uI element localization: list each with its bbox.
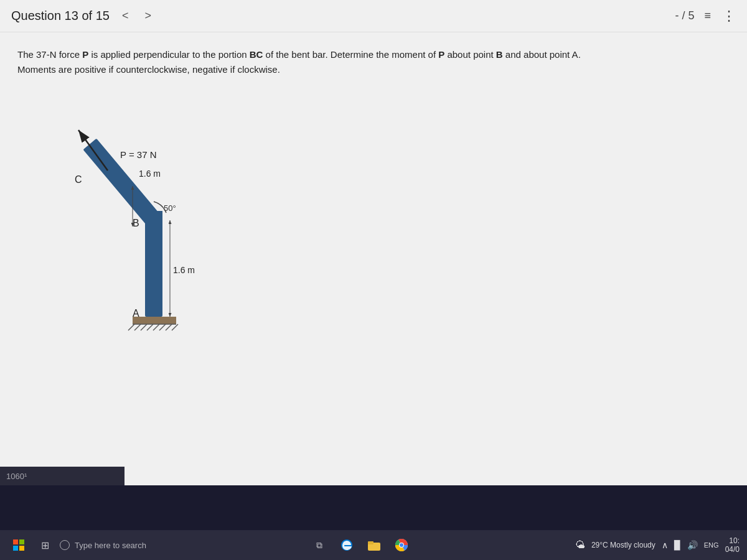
task-view-button[interactable]: ⧉ [308, 534, 331, 556]
svg-line-2 [128, 324, 134, 330]
svg-rect-28 [19, 539, 24, 544]
taskbar-left: ⊞ Type here to search [7, 534, 146, 556]
diagram-svg: P = 37 N C B A 50° [36, 96, 347, 357]
taskbar-inner: ⊞ Type here to search ⧉ [0, 530, 747, 560]
file-explorer-button[interactable] [363, 534, 385, 556]
more-options-icon[interactable]: ⋮ [722, 8, 736, 24]
top-bar-right: - / 5 ≡ ⋮ [675, 8, 736, 24]
bottom-label-strip: 1060¹ [0, 467, 125, 485]
top-bar: Question 13 of 15 < > - / 5 ≡ ⋮ [0, 0, 747, 32]
svg-text:1.6 m: 1.6 m [139, 169, 161, 179]
question-title: Question 13 of 15 [11, 9, 110, 23]
svg-line-6 [153, 324, 159, 330]
volume-icon[interactable]: 🔊 [687, 540, 698, 550]
chrome-button[interactable] [390, 534, 413, 556]
svg-line-8 [166, 324, 172, 330]
time-display: 10: 04/0 [725, 536, 740, 554]
time-text: 10: [725, 536, 740, 545]
svg-text:C: C [75, 174, 82, 185]
score-label: - / 5 [675, 9, 694, 22]
tray-expand-icon[interactable]: ∧ [662, 540, 668, 550]
search-circle-icon [60, 540, 70, 550]
svg-rect-27 [13, 539, 18, 544]
widgets-button[interactable]: ⊞ [34, 534, 56, 556]
weather-icon: 🌤 [575, 539, 585, 551]
start-button[interactable] [7, 534, 30, 556]
menu-icon[interactable]: ≡ [704, 9, 712, 22]
next-button[interactable]: > [141, 8, 155, 24]
diagram-container: P = 37 N C B A 50° [36, 96, 347, 357]
taskbar-right: 🌤 29°C Mostly cloudy ∧ ▉ 🔊 ENG 10: 04/0 [575, 536, 740, 554]
language-label: ENG [704, 541, 719, 549]
taskbar-center: ⧉ [308, 534, 413, 556]
svg-line-4 [141, 324, 147, 330]
svg-text:A: A [133, 308, 139, 319]
svg-rect-29 [13, 546, 18, 551]
date-text: 04/0 [725, 545, 740, 554]
content-area: The 37-N force P is applied perpendicula… [0, 32, 747, 372]
search-text: Type here to search [75, 541, 146, 550]
network-icon[interactable]: ▉ [674, 540, 681, 550]
svg-point-35 [400, 543, 403, 547]
search-bar[interactable]: Type here to search [60, 540, 146, 550]
svg-rect-30 [19, 546, 24, 551]
app-window: Question 13 of 15 < > - / 5 ≡ ⋮ The 37-N… [0, 0, 747, 485]
svg-line-7 [159, 324, 166, 330]
bottom-label-text: 1060¹ [6, 472, 27, 481]
svg-line-9 [172, 324, 178, 330]
taskbar: ⊞ Type here to search ⧉ [0, 485, 747, 560]
problem-text: The 37-N force P is applied perpendicula… [17, 47, 609, 77]
svg-text:P = 37 N: P = 37 N [120, 149, 157, 160]
svg-line-5 [147, 324, 153, 330]
weather-text: 29°C Mostly cloudy [591, 541, 655, 549]
svg-text:B: B [133, 218, 139, 228]
svg-line-3 [134, 324, 141, 330]
prev-button[interactable]: < [118, 8, 133, 24]
edge-browser-button[interactable] [336, 534, 358, 556]
svg-text:1.6 m: 1.6 m [173, 265, 195, 275]
top-bar-left: Question 13 of 15 < > [11, 8, 155, 24]
problem-text-part1: The 37-N force P is applied perpendicula… [17, 49, 581, 75]
svg-rect-13 [145, 211, 162, 228]
svg-text:50°: 50° [164, 203, 176, 213]
svg-rect-32 [368, 541, 374, 544]
